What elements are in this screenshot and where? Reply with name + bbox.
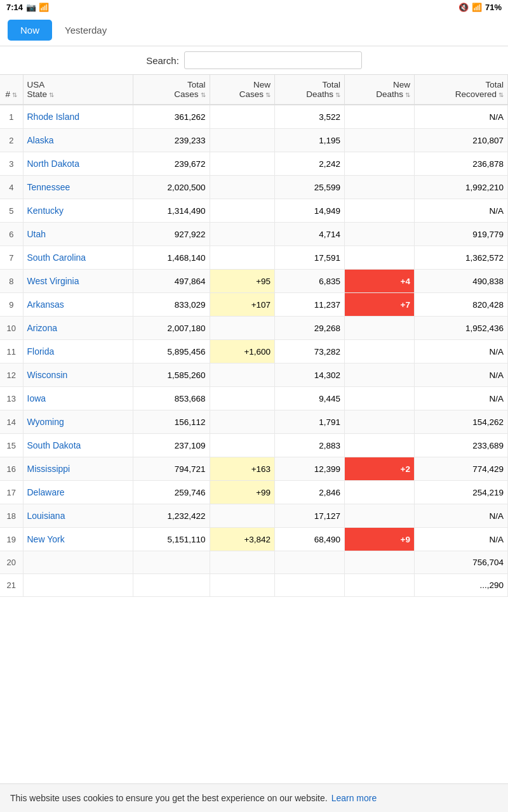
row-state: Alaska [23,129,133,152]
row-state: Louisiana [23,504,133,528]
table-row: 17Delaware259,746+992,846254,219 [0,481,508,504]
row-state: South Dakota [23,434,133,457]
table-row: 7South Carolina1,468,14017,5911,362,572 [0,246,508,270]
row-new-cases [210,387,274,410]
row-total-deaths: 2,846 [275,481,345,504]
row-total-recovered: 919,779 [414,223,507,246]
col-new-cases[interactable]: NewCases⇅ [210,75,274,105]
row-num: 17 [0,481,23,504]
state-link[interactable]: Wyoming [27,417,64,427]
col-total-recovered[interactable]: TotalRecovered⇅ [414,75,507,105]
state-link[interactable]: South Dakota [27,440,81,450]
row-total-recovered: 236,878 [414,152,507,176]
row-total-deaths: 2,242 [275,152,345,176]
row-num: 9 [0,293,23,317]
row-num: 18 [0,504,23,528]
search-bar: Search: [0,46,508,75]
row-total-deaths: 68,490 [275,528,345,551]
row-state: Tennessee [23,176,133,199]
row-total-cases: 259,746 [133,481,210,504]
tab-now[interactable]: Now [8,20,52,41]
row-total-recovered: N/A [414,504,507,528]
state-link[interactable]: Tennessee [27,182,70,192]
row-total-deaths: 2,883 [275,434,345,457]
search-input[interactable] [184,51,362,69]
state-link[interactable]: Louisiana [27,511,65,521]
table-row: 8West Virginia497,864+956,835+4490,838 [0,270,508,293]
state-link[interactable]: Delaware [27,487,65,497]
state-link[interactable]: Florida [27,346,55,357]
state-link[interactable]: Arizona [27,323,57,333]
data-table-wrapper: #⇅ USAState⇅ TotalCases⇅ NewCases⇅ Total… [0,75,508,597]
row-new-cases [210,574,274,597]
col-state[interactable]: USAState⇅ [23,75,133,105]
row-total-cases: 361,262 [133,105,210,129]
row-state: Arizona [23,317,133,340]
tab-yesterday[interactable]: Yesterday [58,20,113,41]
row-num: 5 [0,199,23,223]
row-new-deaths [345,223,415,246]
row-state: Utah [23,223,133,246]
row-total-recovered: 210,807 [414,129,507,152]
row-total-cases: 1,585,260 [133,363,210,387]
row-state: Delaware [23,481,133,504]
row-total-recovered: 154,262 [414,410,507,434]
state-link[interactable]: South Carolina [27,252,86,263]
table-row: 5Kentucky1,314,49014,949N/A [0,199,508,223]
table-row: 12Wisconsin1,585,26014,302N/A [0,363,508,387]
row-total-deaths: 25,599 [275,176,345,199]
row-new-deaths: +2 [345,457,415,481]
state-link[interactable]: West Virginia [27,276,79,286]
state-link[interactable]: Mississippi [27,464,70,474]
state-link[interactable]: Arkansas [27,299,64,310]
row-total-deaths [275,551,345,574]
row-total-deaths: 1,195 [275,129,345,152]
row-new-deaths [345,387,415,410]
row-num: 11 [0,340,23,363]
row-total-recovered: N/A [414,387,507,410]
col-total-cases[interactable]: TotalCases⇅ [133,75,210,105]
row-new-cases [210,504,274,528]
row-num: 15 [0,434,23,457]
row-new-deaths: +9 [345,528,415,551]
row-num: 19 [0,528,23,551]
row-state: Mississippi [23,457,133,481]
state-link[interactable]: Utah [27,229,46,239]
col-num[interactable]: #⇅ [0,75,23,105]
row-num: 13 [0,387,23,410]
state-link[interactable]: Alaska [27,135,54,145]
row-num: 14 [0,410,23,434]
row-num: 7 [0,246,23,270]
row-new-cases: +95 [210,270,274,293]
row-new-deaths: +4 [345,270,415,293]
row-total-recovered: 254,219 [414,481,507,504]
row-new-cases [210,129,274,152]
col-total-deaths[interactable]: TotalDeaths⇅ [275,75,345,105]
status-time: 7:14 [6,3,23,12]
row-state: Rhode Island [23,105,133,129]
row-new-deaths [345,340,415,363]
row-new-deaths [345,504,415,528]
row-new-cases: +107 [210,293,274,317]
state-link[interactable]: New York [27,534,65,544]
row-total-cases: 239,672 [133,152,210,176]
state-link[interactable]: Kentucky [27,206,64,216]
row-total-recovered: 820,428 [414,293,507,317]
table-row: 21...,290 [0,574,508,597]
row-new-deaths [345,574,415,597]
row-total-recovered: N/A [414,340,507,363]
col-new-deaths[interactable]: NewDeaths⇅ [345,75,415,105]
row-state: New York [23,528,133,551]
row-total-deaths: 3,522 [275,105,345,129]
row-new-deaths [345,176,415,199]
state-link[interactable]: Iowa [27,393,46,403]
table-header-row: #⇅ USAState⇅ TotalCases⇅ NewCases⇅ Total… [0,75,508,105]
row-num: 20 [0,551,23,574]
row-new-cases [210,176,274,199]
row-num: 8 [0,270,23,293]
row-num: 3 [0,152,23,176]
state-link[interactable]: Rhode Island [27,112,80,122]
row-state: Kentucky [23,199,133,223]
state-link[interactable]: North Dakota [27,159,79,169]
state-link[interactable]: Wisconsin [27,370,68,380]
